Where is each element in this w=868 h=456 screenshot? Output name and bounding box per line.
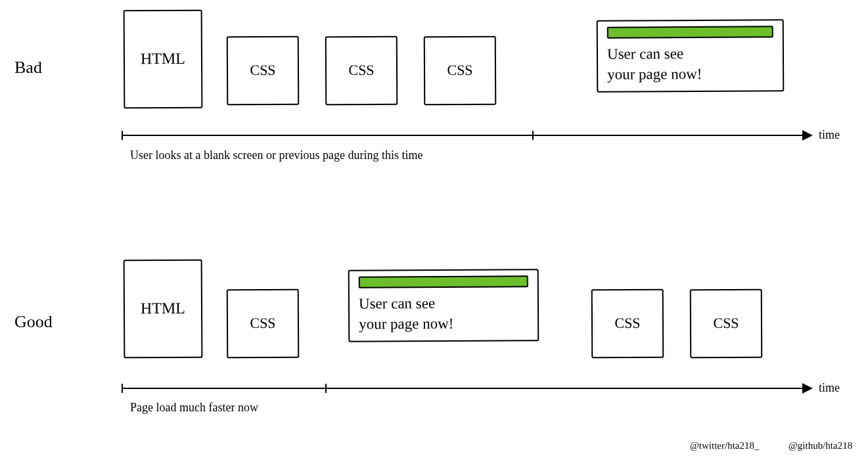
credit-twitter: @twitter/hta218_ [690,440,759,451]
result-text-bad: User can see your page now! [607,43,773,84]
box-html-good-label: HTML [141,298,185,319]
result-text-good: User can see your page now! [359,292,528,334]
box-html-bad-label: HTML [141,49,185,70]
timeline-good [122,388,811,389]
tick-start-good [122,384,123,393]
time-label-good: time [819,381,840,395]
box-css3-good-label: CSS [713,314,739,333]
tick-mid-bad [532,131,534,140]
caption-bad: User looks at a blank screen or previous… [130,148,423,162]
box-css1-good-label: CSS [250,314,275,333]
time-label-bad: time [819,128,840,142]
timeline-bad [122,135,811,136]
box-css3-good: CSS [690,289,763,359]
box-html-bad: HTML [124,10,203,109]
result-box-good: User can see your page now! [348,269,539,342]
caption-good: Page load much faster now [130,401,258,415]
box-css2-good: CSS [591,289,664,359]
box-css1-good: CSS [227,289,300,359]
box-css1-bad: CSS [227,36,300,106]
row-label-bad: Bad [14,58,42,78]
box-html-good: HTML [124,260,203,359]
arrowhead-bad [802,130,813,141]
arrowhead-good [802,383,813,394]
result-box-bad: User can see your page now! [597,19,785,93]
box-css3-bad: CSS [424,36,497,106]
box-css2-bad-label: CSS [348,61,374,80]
box-css1-bad-label: CSS [250,61,275,80]
tick-mid-good [325,384,327,393]
row-label-good: Good [14,312,53,332]
box-css3-bad-label: CSS [447,61,472,80]
credit-github: @github/hta218 [788,440,852,451]
result-bar-bad [607,26,773,38]
box-css2-bad: CSS [325,36,398,106]
box-css2-good-label: CSS [614,314,640,333]
result-bar-good [359,275,528,288]
tick-start-bad [122,131,123,140]
